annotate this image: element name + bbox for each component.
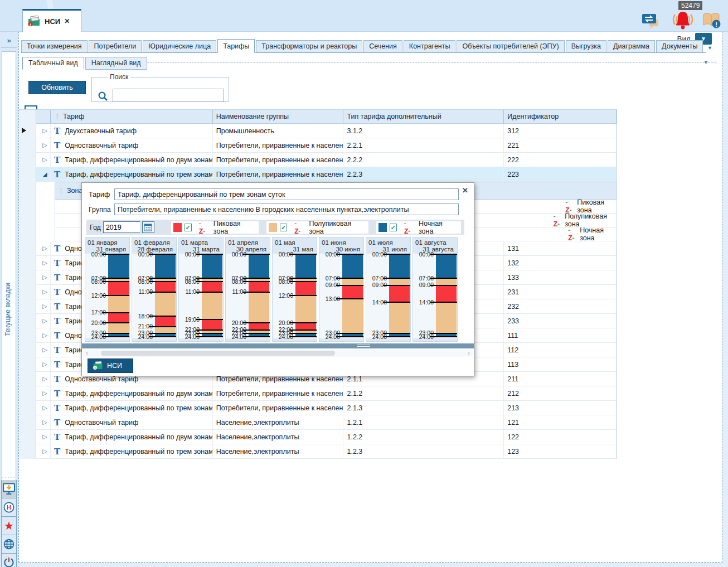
cell-identifier: 312 <box>504 124 617 138</box>
drag-grip-dots[interactable]: ····· <box>1 476 17 480</box>
expand-row-icon[interactable]: ▷ <box>40 419 50 426</box>
expand-row-icon[interactable]: ▷ <box>40 274 50 281</box>
power-icon[interactable] <box>1 554 17 567</box>
expand-row-icon[interactable]: ▷ <box>40 433 50 440</box>
expand-row-icon[interactable]: ▷ <box>40 346 50 353</box>
column-grip-dots[interactable]: ⋮ <box>58 187 64 195</box>
expand-row-icon[interactable]: ▷ <box>40 127 50 134</box>
tick-label: 20:00 <box>226 319 246 326</box>
table-row[interactable]: ▷TТариф, дифференцированный по двум зона… <box>36 430 617 444</box>
main-tab-10[interactable]: Документы <box>656 40 703 52</box>
dialog-group-input[interactable] <box>114 203 459 215</box>
table-row[interactable]: ▷TТариф, дифференцированный по двум зона… <box>36 386 617 401</box>
table-row[interactable]: ▷TОдноставочный тарифНаселение,электропл… <box>36 415 617 430</box>
hospital-circle-icon[interactable]: Н <box>1 498 17 517</box>
view-tab-1[interactable]: Наглядный вид <box>85 57 147 70</box>
refresh-button[interactable]: Обновить <box>28 81 86 94</box>
globe-icon[interactable] <box>1 535 17 554</box>
splitter-bar[interactable] <box>82 343 474 348</box>
tariff-type-icon: T <box>54 360 60 370</box>
expand-row-icon[interactable]: ▷ <box>40 361 50 368</box>
tariff-type-icon: T <box>54 345 60 355</box>
main-tab-2[interactable]: Юридические лица <box>143 40 216 52</box>
tick-label: 00:00 <box>413 251 434 258</box>
main-tab-4[interactable]: Трансформаторы и реакторы <box>256 40 362 52</box>
calendar-icon[interactable] <box>142 221 154 233</box>
table-row[interactable]: ▷TТариф, дифференцированный по трем зона… <box>36 444 617 459</box>
current-tabs-panel[interactable]: Текущие вкладки <box>2 51 16 495</box>
year-input[interactable] <box>103 221 140 233</box>
view-tab-0[interactable]: Табличный вид <box>22 57 84 70</box>
main-tab-8[interactable]: Выгрузка <box>566 40 606 52</box>
expand-row-icon[interactable]: ▷ <box>40 404 50 411</box>
expand-row-icon[interactable]: ▷ <box>40 288 50 295</box>
table-row[interactable]: ▷TТариф, дифференцированный по трем зона… <box>36 401 617 415</box>
favorites-star-icon[interactable]: ★ <box>1 517 17 535</box>
nsi-button[interactable]: i НСИ <box>88 358 133 373</box>
scrollbar-thumb[interactable] <box>101 351 335 356</box>
main-tab-7[interactable]: Объекты потребителей (ЭПУ) <box>457 40 564 52</box>
tick-label: 07:00 <box>366 275 387 282</box>
header-expander-column <box>36 110 51 123</box>
main-tab-1[interactable]: Потребители <box>89 40 142 52</box>
main-tab-3[interactable]: Тарифы <box>217 39 255 53</box>
tick-line <box>383 285 410 286</box>
expand-row-icon[interactable]: ▷ <box>40 245 50 252</box>
column-header-0[interactable]: ⋮Тариф <box>51 110 213 123</box>
month-zone-chart: 00:0007:0008:0011:0020:0022:0023:0024:00 <box>226 254 270 338</box>
cell-identifier: 132 <box>504 256 617 270</box>
view-tabs: Табличный видНаглядный вид <box>22 56 148 70</box>
expand-row-icon[interactable]: ▷ <box>40 390 50 397</box>
tariff-name: Двухставочный тариф <box>65 127 137 135</box>
alarm-bell-icon[interactable] <box>670 10 696 30</box>
main-tab-5[interactable]: Сечения <box>363 40 402 52</box>
messages-sync-icon[interactable] <box>641 13 662 30</box>
scrollbar-track[interactable] <box>91 350 465 356</box>
column-header-2[interactable]: Тип тарифа дополнительный <box>343 110 504 123</box>
expand-row-icon[interactable]: ▷ <box>40 375 50 382</box>
search-input[interactable] <box>113 89 224 102</box>
main-tab-6[interactable]: Контрагенты <box>404 40 456 52</box>
dialog-close-icon[interactable]: ✕ <box>462 186 468 195</box>
close-icon[interactable]: ✕ <box>64 17 70 25</box>
table-row[interactable]: ▷TТариф, дифференцированный по двум зона… <box>36 153 617 167</box>
expand-row-icon[interactable]: ▷ <box>40 156 50 163</box>
window-tab-nsi[interactable]: i НСИ ✕ <box>22 9 81 32</box>
expand-row-icon[interactable]: ▷ <box>40 448 50 455</box>
expand-row-icon[interactable]: ▷ <box>40 317 50 324</box>
expand-row-icon[interactable]: ▷ <box>40 332 50 339</box>
months-strip[interactable]: 01 января31 января00:0007:0008:0012:0017… <box>85 237 458 342</box>
month-column-5: 01 июня30 июня00:0007:0009:0013:0023:002… <box>319 237 364 342</box>
collapse-row-icon[interactable]: ◢ <box>40 171 50 177</box>
column-grip-dots[interactable]: ⋮ <box>54 113 60 120</box>
horizontal-scrollbar[interactable]: ‹ › <box>83 350 473 357</box>
zone-z-icon: -Z- <box>294 220 302 235</box>
month-zone-chart: 00:0007:0008:0012:0017:0020:0023:0024:00 <box>85 254 129 338</box>
scroll-right-arrow[interactable]: › <box>465 350 473 357</box>
sidebar-collapse-button[interactable]: » <box>1 33 17 48</box>
view-expander-arrow[interactable]: ▼ <box>707 45 712 51</box>
column-header-3[interactable]: Идентификатор <box>504 110 617 123</box>
table-row[interactable]: ▷TОдноставочный тарифПотребители, прирав… <box>36 138 617 153</box>
table-row[interactable]: ▷TДвухставочный тарифПромышленность3.1.2… <box>36 124 617 138</box>
help-book-icon[interactable]: ! <box>701 12 722 29</box>
main-tab-9[interactable]: Диаграмма <box>608 40 655 52</box>
splitter-grip[interactable] <box>357 345 370 347</box>
zone-segment-peak <box>108 282 129 295</box>
dialog-tariff-input[interactable] <box>114 188 459 200</box>
main-tab-0[interactable]: Точки измерения <box>21 40 88 52</box>
zone-z-icon: -Z- <box>554 212 561 228</box>
zone-segment-peak <box>249 282 269 292</box>
zone-dash: - <box>294 220 297 227</box>
column-header-1[interactable]: Наименование группы <box>213 110 344 123</box>
legend-checkbox-semi[interactable]: ✓ <box>280 224 287 231</box>
download-monitor-icon[interactable] <box>1 480 17 498</box>
expand-row-icon[interactable]: ▷ <box>40 303 50 310</box>
current-tabs-label: Текущие вкладки <box>4 219 14 336</box>
expand-row-icon[interactable]: ▷ <box>40 259 50 266</box>
legend-checkbox-peak[interactable]: ✓ <box>185 224 192 231</box>
expand-row-icon[interactable]: ▷ <box>40 142 50 149</box>
table-row[interactable]: ◢TТариф, дифференцированный по трем зона… <box>36 167 617 182</box>
scroll-left-arrow[interactable]: ‹ <box>83 350 91 357</box>
legend-checkbox-night[interactable]: ✓ <box>390 224 397 231</box>
